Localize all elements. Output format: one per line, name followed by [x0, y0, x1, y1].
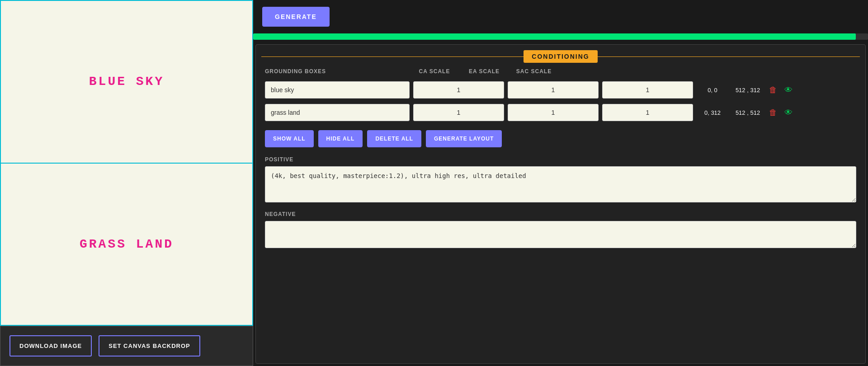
- top-bar: GENERATE: [253, 0, 868, 33]
- generate-layout-button[interactable]: GENERATE LAYOUT: [426, 130, 502, 147]
- row2-text-input[interactable]: [265, 104, 410, 121]
- show-all-button[interactable]: SHOW ALL: [265, 130, 314, 147]
- right-panel: GENERATE CONDITIONING GROUNDING BOXES CA…: [253, 0, 868, 366]
- delete-all-button[interactable]: DELETE ALL: [367, 130, 421, 147]
- bottom-buttons: DOWNLOAD IMAGE SET CANVAS BACKDROP: [0, 326, 253, 366]
- row2-ca-input[interactable]: [413, 104, 504, 121]
- row-item: 0, 0 512 , 312 🗑 👁: [256, 81, 865, 99]
- row1-text-input[interactable]: [265, 81, 410, 99]
- set-canvas-backdrop-button[interactable]: SET CANVAS BACKDROP: [99, 335, 200, 357]
- columns-header: GROUNDING BOXES CA SCALE EA SCALE SAC SC…: [256, 68, 865, 75]
- row2-visibility-button[interactable]: 👁: [783, 106, 794, 119]
- canvas-top: BLUE SKY: [0, 0, 253, 164]
- progress-bar-fill: [253, 33, 856, 40]
- left-panel: BLUE SKY GRASS LAND DOWNLOAD IMAGE SET C…: [0, 0, 253, 366]
- generate-button[interactable]: GENERATE: [262, 7, 330, 27]
- row2-sac-input[interactable]: [602, 104, 693, 121]
- canvas-bottom: GRASS LAND: [0, 164, 253, 326]
- positive-label: POSITIVE: [265, 156, 856, 163]
- canvas-area: BLUE SKY GRASS LAND: [0, 0, 253, 326]
- row1-ea-input[interactable]: [508, 81, 599, 99]
- col-grounding-boxes: GROUNDING BOXES: [265, 68, 410, 75]
- row1-delete-button[interactable]: 🗑: [767, 84, 779, 97]
- row2-coord2: 512 , 512: [732, 109, 764, 116]
- progress-bar-container: [253, 33, 868, 40]
- row-item: 0, 312 512 , 512 🗑 👁: [256, 104, 865, 121]
- col-sac-scale: SAC SCALE: [509, 68, 559, 75]
- conditioning-header: CONDITIONING: [256, 45, 865, 68]
- row1-ca-input[interactable]: [413, 81, 504, 99]
- canvas-bottom-label: GRASS LAND: [80, 237, 174, 251]
- row1-coord1: 0, 0: [697, 87, 728, 94]
- action-buttons: SHOW ALL HIDE ALL DELETE ALL GENERATE LA…: [265, 130, 856, 147]
- row1-coord2: 512 , 312: [732, 87, 764, 94]
- col-ea-scale: EA SCALE: [459, 68, 509, 75]
- row2-coord1: 0, 312: [697, 109, 728, 116]
- negative-textarea[interactable]: [265, 221, 856, 248]
- positive-textarea[interactable]: (4k, best quality, masterpiece:1.2), ult…: [265, 166, 856, 202]
- main-content: CONDITIONING GROUNDING BOXES CA SCALE EA…: [255, 44, 866, 364]
- row2-ea-input[interactable]: [508, 104, 599, 121]
- download-image-button[interactable]: DOWNLOAD IMAGE: [9, 335, 92, 357]
- hide-all-button[interactable]: HIDE ALL: [318, 130, 363, 147]
- row1-visibility-button[interactable]: 👁: [783, 84, 794, 97]
- row2-delete-button[interactable]: 🗑: [767, 106, 779, 119]
- conditioning-badge: CONDITIONING: [524, 50, 597, 63]
- col-ca-scale: CA SCALE: [410, 68, 459, 75]
- canvas-top-label: BLUE SKY: [89, 75, 164, 89]
- row1-sac-input[interactable]: [602, 81, 693, 99]
- negative-label: NEGATIVE: [265, 211, 856, 217]
